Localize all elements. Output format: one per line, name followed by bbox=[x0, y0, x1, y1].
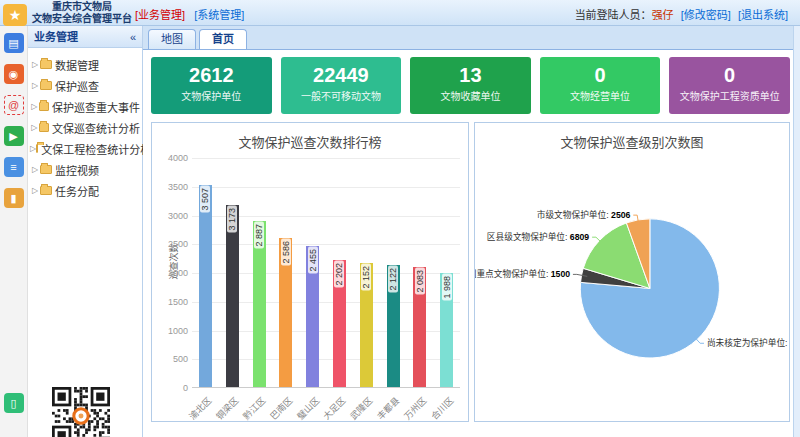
folder-icon bbox=[40, 165, 52, 174]
stat-label: 文物经营单位 bbox=[540, 88, 661, 103]
folder-icon bbox=[36, 144, 38, 153]
tab[interactable]: 地图 bbox=[148, 29, 196, 49]
stat-card: 13文物收藏单位 bbox=[410, 57, 531, 114]
sidebar-item[interactable]: ▷保护巡查 bbox=[30, 75, 140, 96]
nav-business-link[interactable]: [业务管理] bbox=[135, 9, 185, 21]
bar: 2 202 bbox=[333, 260, 346, 387]
y-axis-tick: 4000 bbox=[154, 153, 188, 163]
y-axis-tick: 1000 bbox=[154, 326, 188, 336]
bar-value-label: 2 083 bbox=[415, 268, 425, 295]
bar-chart-panel: 文物保护巡查次数排行榜 巡查次数 05001000150020002500300… bbox=[151, 122, 469, 422]
x-axis-label: 大足区 bbox=[320, 394, 348, 422]
platform-name: 文物安全综合管理平台 bbox=[32, 13, 132, 25]
pie-label: 全国重点文物保护单位: 1500 bbox=[475, 268, 570, 279]
x-axis-label: 合川区 bbox=[428, 394, 456, 422]
y-axis-tick: 2500 bbox=[154, 239, 188, 249]
bar: 2 122 bbox=[387, 265, 400, 387]
stat-label: 文物保护单位 bbox=[151, 88, 272, 103]
sidebar-item-label: 文保工程检查统计分析 bbox=[41, 141, 151, 157]
bar: 2 152 bbox=[360, 263, 373, 387]
y-axis-tick: 500 bbox=[154, 354, 188, 364]
pie-chart: 尚未核定为保护单位: 34981全国重点文物保护单位: 1500区县级文物保护单… bbox=[475, 123, 789, 421]
panel-icon[interactable]: ▤ bbox=[4, 33, 24, 53]
notebook-icon[interactable]: ▮ bbox=[4, 188, 24, 208]
stat-label: 文物保护工程资质单位 bbox=[669, 88, 790, 103]
nav-system-link[interactable]: [系统管理] bbox=[194, 9, 244, 21]
bar-value-label: 3 173 bbox=[227, 206, 237, 233]
bar-value-label: 2 455 bbox=[308, 247, 318, 274]
stat-value: 22449 bbox=[281, 64, 402, 86]
home-panel: 2612文物保护单位22449一般不可移动文物13文物收藏单位0文物经营单位0文… bbox=[143, 49, 800, 437]
stat-card: 22449一般不可移动文物 bbox=[281, 57, 402, 114]
bar: 1 988 bbox=[440, 273, 453, 387]
tab-bar: 地图首页 bbox=[143, 26, 800, 49]
folder-icon bbox=[39, 123, 50, 132]
collapse-sidebar-icon[interactable]: « bbox=[130, 26, 136, 47]
bar-chart-title: 文物保护巡查次数排行榜 bbox=[152, 123, 468, 151]
stat-value: 0 bbox=[540, 64, 661, 86]
tab[interactable]: 首页 bbox=[199, 29, 247, 49]
app-logo-star-icon: ★ bbox=[3, 4, 27, 26]
pie-label: 区县级文物保护单位: 6809 bbox=[487, 231, 590, 242]
sidebar-item-label: 文保巡查统计分析 bbox=[52, 120, 140, 136]
sidebar-item[interactable]: ▷文保工程检查统计分析 bbox=[30, 138, 140, 159]
x-axis-label: 黔江区 bbox=[240, 394, 268, 422]
sidebar-item-label: 监控视频 bbox=[55, 162, 99, 178]
app-title: 重庆市文物局 文物安全综合管理平台 bbox=[32, 1, 132, 25]
gridline bbox=[192, 187, 460, 188]
folder-icon bbox=[40, 60, 52, 69]
login-info: 当前登陆人员：强仔 [修改密码] [退出系统] bbox=[575, 6, 788, 22]
x-axis-label: 丰都县 bbox=[374, 394, 402, 422]
y-axis-tick: 3500 bbox=[154, 182, 188, 192]
bar: 3 173 bbox=[226, 205, 239, 387]
document-icon[interactable]: ≡ bbox=[4, 157, 24, 177]
login-prefix: 当前登陆人员： bbox=[575, 9, 652, 21]
stat-card: 0文物保护工程资质单位 bbox=[669, 57, 790, 114]
header-nav: [业务管理] [系统管理] bbox=[135, 6, 250, 22]
change-password-link[interactable]: [修改密码] bbox=[681, 9, 731, 21]
bar-value-label: 2 152 bbox=[361, 264, 371, 291]
expand-icon[interactable]: ▷ bbox=[30, 60, 40, 69]
y-axis-tick: 0 bbox=[154, 383, 188, 393]
main-content: 地图首页 2612文物保护单位22449一般不可移动文物13文物收藏单位0文物经… bbox=[143, 26, 800, 437]
bar: 2 586 bbox=[279, 238, 292, 387]
x-axis-label: 巴南区 bbox=[267, 394, 295, 422]
pie-label: 尚未核定为保护单位: 34981 bbox=[707, 337, 789, 348]
stat-value: 0 bbox=[669, 64, 790, 86]
vertical-scrollbar[interactable] bbox=[793, 26, 800, 437]
stat-card: 0文物经营单位 bbox=[540, 57, 661, 114]
charts-row: 文物保护巡查次数排行榜 巡查次数 05001000150020002500300… bbox=[143, 120, 800, 422]
logout-link[interactable]: [退出系统] bbox=[738, 9, 788, 21]
x-axis-label: 璧山区 bbox=[294, 394, 322, 422]
folder-icon bbox=[40, 186, 52, 195]
expand-icon[interactable]: ▷ bbox=[30, 165, 40, 174]
sidebar-item[interactable]: ▷保护巡查重大事件 bbox=[30, 96, 140, 117]
stats-row: 2612文物保护单位22449一般不可移动文物13文物收藏单位0文物经营单位0文… bbox=[143, 50, 800, 120]
sidebar-item[interactable]: ▷任务分配 bbox=[30, 180, 140, 201]
pie-chart-panel: 文物保护巡查级别次数图 尚未核定为保护单位: 34981全国重点文物保护单位: … bbox=[474, 122, 790, 422]
qr-code bbox=[52, 387, 110, 437]
expand-icon[interactable]: ▷ bbox=[30, 81, 40, 90]
sidebar-item[interactable]: ▷文保巡查统计分析 bbox=[30, 117, 140, 138]
bar-value-label: 2 202 bbox=[334, 261, 344, 288]
sidebar-item[interactable]: ▷数据管理 bbox=[30, 54, 140, 75]
expand-icon[interactable]: ▷ bbox=[30, 123, 39, 132]
x-axis-label: 武隆区 bbox=[347, 394, 375, 422]
battery-icon[interactable]: ▯ bbox=[4, 393, 24, 413]
video-icon[interactable]: ▶ bbox=[4, 126, 24, 146]
folder-icon bbox=[40, 81, 52, 90]
gridline bbox=[192, 158, 460, 159]
y-axis-tick: 3000 bbox=[154, 211, 188, 221]
expand-icon[interactable]: ▷ bbox=[30, 102, 39, 111]
sidebar-menu: ▷数据管理▷保护巡查▷保护巡查重大事件▷文保巡查统计分析▷文保工程检查统计分析▷… bbox=[28, 48, 142, 207]
expand-icon[interactable]: ▷ bbox=[30, 186, 40, 195]
folder-icon bbox=[39, 102, 50, 111]
org-name: 重庆市文物局 bbox=[32, 1, 132, 13]
x-axis-label: 铜梁区 bbox=[213, 394, 241, 422]
weibo-icon[interactable]: ◉ bbox=[4, 64, 24, 84]
sidebar-item-label: 保护巡查 bbox=[55, 78, 99, 94]
bar-value-label: 1 988 bbox=[442, 274, 452, 301]
at-icon[interactable]: @ bbox=[4, 95, 24, 115]
sidebar-item[interactable]: ▷监控视频 bbox=[30, 159, 140, 180]
x-axis-label: 渝北区 bbox=[186, 394, 214, 422]
